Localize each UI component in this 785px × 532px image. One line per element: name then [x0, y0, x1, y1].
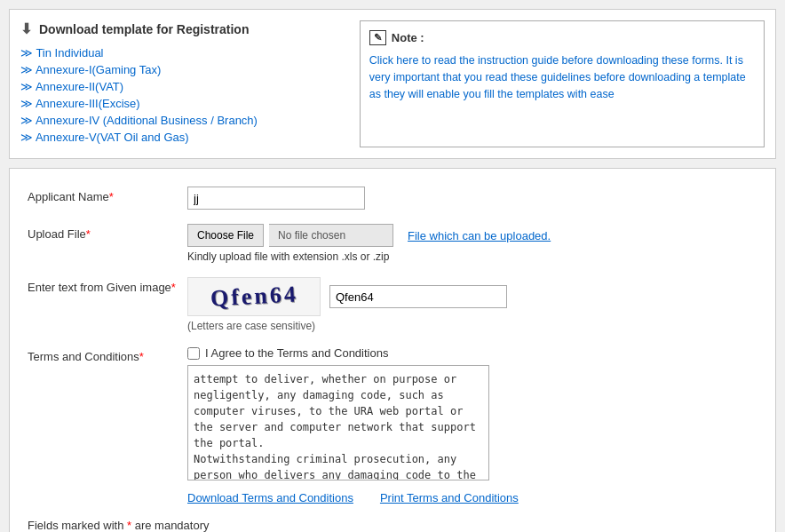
upload-hint: Kindly upload file with extension .xls o… [187, 250, 757, 263]
upload-file-control: Choose File No file chosen File which ca… [187, 224, 757, 263]
link-annexure-3[interactable]: Annexure-III(Excise) [20, 97, 140, 110]
download-links-list: Tin Individual Annexure-I(Gaming Tax) An… [20, 46, 342, 144]
terms-label: Terms and Conditions* [28, 346, 187, 363]
terms-textarea[interactable]: attempt to deliver, whether on purpose o… [187, 365, 489, 480]
download-icon: ⬇ [20, 20, 32, 37]
note-icon: ✎ [369, 30, 386, 45]
download-left: ⬇ Download template for Registration Tin… [20, 20, 342, 147]
choose-file-button[interactable]: Choose File [187, 224, 264, 247]
link-annexure-5[interactable]: Annexure-V(VAT Oil and Gas) [20, 131, 189, 144]
terms-links-row: Download Terms and Conditions Print Term… [187, 491, 757, 504]
captcha-note: (Letters are case sensitive) [187, 320, 757, 332]
terms-checkbox-row: I Agree to the Terms and Conditions [187, 346, 757, 360]
captcha-image: Qfen64 [187, 277, 321, 316]
no-file-text: No file chosen [269, 224, 393, 247]
required-star: * [171, 281, 176, 294]
terms-checkbox-label: I Agree to the Terms and Conditions [205, 346, 388, 360]
list-item: Annexure-I(Gaming Tax) [20, 63, 342, 76]
captcha-wrapper: Qfen64 [187, 277, 757, 316]
link-annexure-2[interactable]: Annexure-II(VAT) [20, 80, 123, 93]
upload-file-row: Upload File* Choose File No file chosen … [28, 224, 757, 263]
list-item: Annexure-III(Excise) [20, 97, 342, 110]
download-title-text: Download template for Registration [39, 22, 249, 36]
applicant-name-label: Applicant Name* [28, 187, 187, 203]
captcha-label: Enter text from Given image* [28, 277, 187, 294]
terms-wrapper: I Agree to the Terms and Conditions atte… [187, 346, 757, 504]
upload-wrapper: Choose File No file chosen File which ca… [187, 224, 757, 247]
required-star: * [86, 227, 91, 241]
note-text[interactable]: Click here to read the instruction guide… [369, 52, 755, 102]
download-terms-link[interactable]: Download Terms and Conditions [187, 491, 353, 504]
terms-row: Terms and Conditions* I Agree to the Ter… [28, 346, 757, 504]
page-wrapper: ⬇ Download template for Registration Tin… [0, 0, 785, 532]
applicant-name-row: Applicant Name* [28, 187, 757, 210]
list-item: Annexure-IV (Additional Business / Branc… [20, 114, 342, 127]
list-item: Annexure-V(VAT Oil and Gas) [20, 131, 342, 144]
upload-file-label: Upload File* [28, 224, 187, 241]
note-title-text: Note : [392, 31, 424, 44]
link-tin-individual[interactable]: Tin Individual [20, 46, 104, 60]
mandatory-star: * [123, 519, 134, 532]
terms-control: I Agree to the Terms and Conditions atte… [187, 346, 757, 504]
note-title: ✎ Note : [369, 30, 755, 45]
captcha-row: Enter text from Given image* Qfen64 (Let… [28, 277, 757, 332]
applicant-name-control [187, 187, 757, 210]
list-item: Annexure-II(VAT) [20, 80, 342, 93]
required-star: * [109, 190, 114, 203]
captcha-control: Qfen64 (Letters are case sensitive) [187, 277, 757, 332]
file-link[interactable]: File which can be uploaded. [408, 229, 551, 242]
terms-checkbox[interactable] [187, 347, 200, 360]
applicant-name-input[interactable] [187, 187, 365, 210]
required-star: * [139, 350, 144, 363]
mandatory-note: Fields marked with * are mandatory [28, 519, 757, 532]
download-title: ⬇ Download template for Registration [20, 20, 342, 37]
captcha-input[interactable] [329, 285, 507, 308]
list-item: Tin Individual [20, 46, 342, 60]
captcha-display-text: Qfen64 [210, 281, 298, 312]
form-section: Applicant Name* Upload File* Choose File… [9, 168, 776, 532]
note-box: ✎ Note : Click here to read the instruct… [360, 20, 765, 147]
link-annexure-4[interactable]: Annexure-IV (Additional Business / Branc… [20, 114, 258, 127]
print-terms-link[interactable]: Print Terms and Conditions [380, 491, 519, 504]
link-annexure-1[interactable]: Annexure-I(Gaming Tax) [20, 63, 161, 76]
download-section: ⬇ Download template for Registration Tin… [9, 9, 776, 159]
